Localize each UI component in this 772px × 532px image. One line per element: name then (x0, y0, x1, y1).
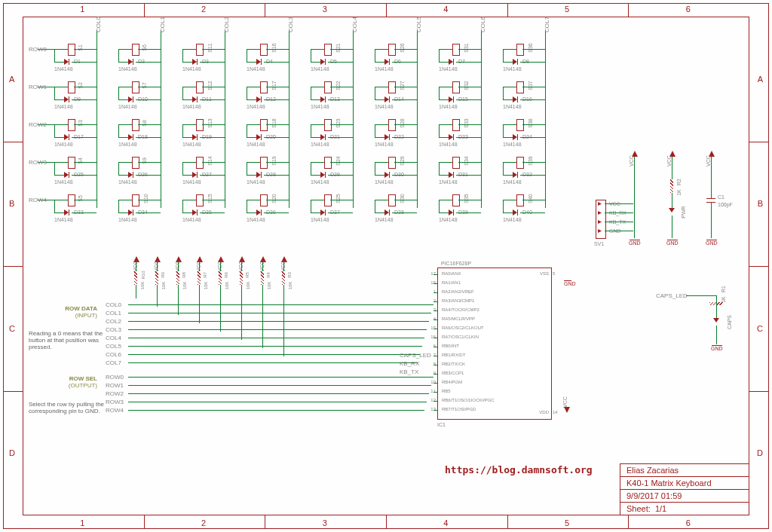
wire-d-D35-b (200, 212, 225, 213)
wire-row-link-S22 (311, 87, 311, 100)
switch-S6 (132, 44, 139, 56)
row-label-ROW1: ROW1 (29, 84, 47, 90)
ruler-bot-2: 2 (201, 518, 206, 527)
switch-label-S40: S40 (528, 194, 533, 203)
wire-sw-S10-in (118, 200, 132, 200)
res-ref-R9: R9 (161, 272, 165, 278)
ruler-right-D: D (757, 448, 763, 457)
conn-arrow-1: ▸ (598, 208, 602, 216)
wire-row-link-S23 (311, 124, 311, 138)
wire-sw-S31-in (439, 49, 452, 50)
tick-top-1 (144, 3, 145, 17)
wire-d-D26-b (136, 175, 161, 176)
caps-led-ref: CAPS (727, 315, 732, 329)
resistor-R9 (155, 271, 158, 285)
diode-type-D10: 1N4148 (118, 104, 137, 109)
ruler-right-A: A (758, 75, 763, 84)
diode-D11 (192, 96, 200, 102)
wire-row-link-S27 (375, 87, 375, 100)
wire-d-D1-a (54, 62, 64, 63)
wire-d-D34-a (118, 212, 128, 213)
switch-label-S36: S36 (528, 43, 533, 52)
ic-pin-name-RB1/RX/DT: RB1/RX/DT (442, 353, 465, 357)
switch-label-S34: S34 (464, 156, 469, 165)
resistor-R6 (219, 271, 222, 285)
wire-row-link-S1 (54, 49, 55, 63)
wire-sw-S36-out (522, 49, 545, 50)
wire-d-D27-b (200, 175, 225, 176)
switch-S5 (68, 194, 75, 206)
wire-pu-R5-t (241, 262, 242, 271)
switch-S36 (516, 44, 524, 56)
ic-pin-name-RB6/T1OSO/1IOCKI/PGC: RB6/T1OSO/1IOCKI/PGC (442, 398, 495, 402)
tick-right-2 (749, 266, 769, 267)
ic-pin-num-16: 16 (428, 335, 436, 339)
res-val-R3: 10K (288, 282, 293, 290)
diode-D33 (64, 209, 72, 216)
conn-wire-1 (605, 212, 633, 213)
ruler-left-A: A (9, 75, 14, 84)
res-ref-R3: R3 (287, 272, 292, 278)
wire-c1a (711, 157, 712, 198)
wire-d-D38-a (375, 212, 384, 213)
wire-d-D15-a (439, 99, 449, 100)
diode-D39 (449, 209, 456, 216)
switch-S30 (388, 194, 396, 206)
wire-row-link-S13 (182, 124, 183, 138)
ruler-top-1: 1 (80, 5, 84, 14)
diode-type-D39: 1N4148 (439, 217, 458, 222)
wire-d-D27-a (182, 175, 192, 176)
switch-label-S14: S14 (207, 156, 213, 165)
wire-sw-S29-in (375, 162, 388, 163)
switch-S8 (132, 119, 139, 131)
diode-type-D1: 1N4148 (54, 66, 73, 72)
diode-D40 (513, 209, 520, 216)
resistor-R3 (282, 271, 285, 285)
tick-left-1 (3, 142, 23, 142)
tick-top-5 (628, 3, 629, 17)
diode-type-D35: 1N4148 (182, 217, 201, 222)
diode-D15 (449, 96, 456, 102)
pwr-led-ref: PWR (681, 206, 686, 218)
busnet-COL0: COL0 (106, 301, 121, 308)
wire-pwr2 (672, 193, 672, 208)
ruler-top-4: 4 (443, 5, 448, 14)
wire-sw-S8-out (138, 124, 161, 125)
note-row-data-text: Reading a 0 means that the button at tha… (29, 330, 112, 350)
wire-d-D18-a (118, 137, 128, 138)
ruler-top-6: 6 (686, 5, 691, 14)
ic-pin-wire-2 (433, 301, 437, 302)
wire-d-D5-a (311, 62, 320, 63)
col-bus-5 (417, 30, 418, 208)
wire-row-link-S40 (503, 200, 504, 213)
ic-ref: IC1 (437, 422, 446, 427)
tb-title: K40-1 Matrix Keyboard (620, 476, 749, 489)
ic-pin-num-9: 9 (428, 371, 436, 375)
wire-sw-S36-in (503, 49, 516, 50)
diode-D12 (256, 96, 264, 102)
buswire-ROW2 (128, 393, 429, 394)
wire-sw-S26-in (375, 49, 388, 50)
switch-S20 (260, 194, 268, 206)
switch-S22 (324, 81, 332, 93)
ic-pin-name-vdd: VDD (535, 410, 549, 414)
wire-pu-R8-t (178, 262, 179, 271)
diode-type-D12: 1N4148 (247, 104, 265, 109)
wire-d-D21-b (328, 137, 353, 138)
ic-pin-wire-6 (433, 347, 437, 347)
res-val-R7: 10K (204, 282, 208, 290)
wire-d-D8-a (503, 62, 513, 63)
wire-d-D26-a (118, 175, 128, 176)
wire-sw-S17-in (247, 87, 260, 87)
ic-pin-name-RA7/OSC1/CLKIN: RA7/OSC1/CLKIN (442, 335, 479, 339)
note-row-sel: ROW SEL(OUTPUT) (37, 375, 97, 389)
tick-left-3 (3, 391, 23, 392)
wire-sw-S16-in (247, 49, 260, 50)
ic-pin-name-RA5/MCLR/VPP: RA5/MCLR/VPP (442, 316, 475, 321)
wire-sw-S19-out (266, 162, 289, 163)
wire-sw-S9-out (138, 162, 161, 163)
ruler-left-B: B (9, 199, 14, 208)
ic-pin-num-18: 18 (428, 280, 436, 285)
switch-label-S1: S1 (78, 44, 83, 51)
wire-d-D15-b (456, 99, 481, 100)
